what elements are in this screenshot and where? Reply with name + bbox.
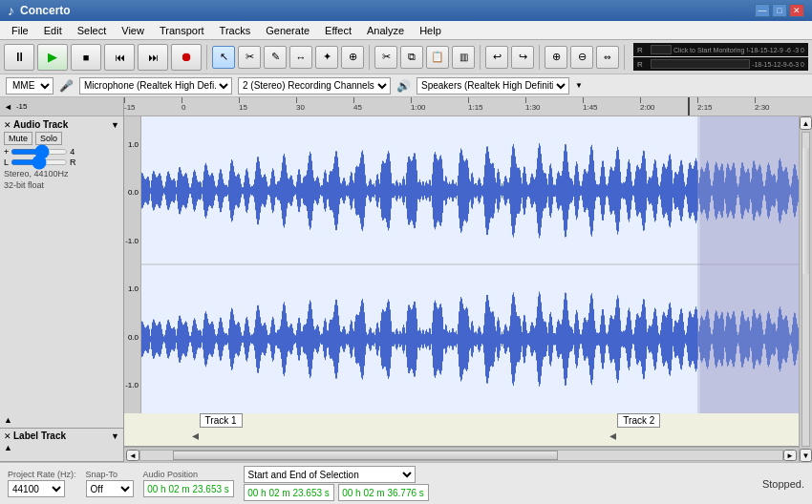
- menu-file[interactable]: File: [4, 23, 36, 38]
- scroll-right-button[interactable]: ►: [783, 450, 797, 461]
- output-select[interactable]: Speakers (Realtek High Definiti...: [417, 77, 569, 94]
- channels-select[interactable]: 2 (Stereo) Recording Channels: [238, 77, 391, 94]
- label1-text[interactable]: Track 1: [200, 413, 243, 428]
- label-track1: Track 1 ◂: [192, 413, 243, 443]
- vscrollbar: ▲ ▼: [799, 116, 812, 462]
- track-headers: ✕ Audio Track ▼ Mute Solo + 4 L: [0, 116, 124, 462]
- next-button[interactable]: ⏭: [138, 44, 168, 71]
- record-button[interactable]: ⏺: [171, 44, 202, 71]
- scroll-thumb[interactable]: [173, 451, 558, 460]
- paste-button[interactable]: 📋: [426, 46, 449, 69]
- solo-button[interactable]: Solo: [35, 132, 62, 145]
- ruler-mark-1:00: 1:00: [411, 97, 426, 112]
- snap-select[interactable]: Off: [86, 480, 134, 497]
- label-track-controls: ▲: [4, 443, 119, 452]
- menu-view[interactable]: View: [114, 23, 152, 38]
- y-1.0-bot: 1.0: [124, 284, 140, 293]
- scroll-track[interactable]: [139, 450, 783, 461]
- menu-select[interactable]: Select: [70, 23, 115, 38]
- maximize-button[interactable]: □: [772, 4, 787, 17]
- input-select[interactable]: Microphone (Realtek High Defi...: [79, 77, 232, 94]
- undo-button[interactable]: ↩: [485, 46, 508, 69]
- label-track-name: Label Track: [13, 430, 111, 441]
- sel-start-input[interactable]: [244, 484, 334, 501]
- scroll-left-button[interactable]: ◄: [126, 450, 139, 461]
- audio-track-info: Stereo, 44100Hz 32-bit float: [4, 169, 119, 191]
- vu-output-meter[interactable]: [651, 59, 750, 69]
- ruler-left: ◄ -15: [0, 97, 124, 116]
- hscrollbar: ◄ ►: [124, 447, 799, 462]
- track-info-bitdepth: 32-bit float: [4, 180, 119, 192]
- speaker-icon: 🔊: [396, 79, 411, 93]
- y-axis: 1.0 0.0 -1.0 1.0 0.0 -1.0: [124, 116, 141, 413]
- select-tool[interactable]: ↖: [212, 46, 235, 69]
- prev-button[interactable]: ⏮: [104, 44, 135, 71]
- title-area: ♪ Concerto: [8, 3, 71, 18]
- selection-inputs: [244, 484, 753, 501]
- label-track-collapse[interactable]: ▲: [4, 443, 12, 452]
- vu-meters: R Click to Start Monitoring !-18-15-12-9…: [633, 43, 808, 71]
- label-track-close[interactable]: ✕: [4, 431, 11, 441]
- close-button[interactable]: ✕: [789, 4, 804, 17]
- envelope-tool[interactable]: ✂: [238, 46, 261, 69]
- mic-icon: 🎤: [59, 79, 74, 93]
- sel-end-input[interactable]: [338, 484, 429, 501]
- menu-edit[interactable]: Edit: [36, 23, 70, 38]
- vu-input-meter[interactable]: [651, 45, 672, 54]
- selection-mode-select[interactable]: Start and End of Selection: [244, 466, 416, 483]
- vscroll-track[interactable]: [801, 132, 810, 447]
- project-rate-select[interactable]: 44100: [8, 480, 65, 497]
- app: ♪ Concerto — □ ✕ File Edit Select View T…: [0, 0, 812, 504]
- vu-output-db-labels: -18-15-12-9-6-3 0: [752, 61, 804, 68]
- menu-analyze[interactable]: Analyze: [359, 23, 412, 38]
- mute-button[interactable]: Mute: [4, 132, 32, 145]
- audio-pos-input[interactable]: [143, 480, 234, 497]
- ruler-mark-45: 45: [353, 97, 362, 112]
- pan-slider[interactable]: [11, 159, 68, 165]
- vscroll-down-button[interactable]: ▼: [800, 449, 812, 462]
- label-track-dropdown[interactable]: ▼: [111, 431, 119, 441]
- audio-track-controls: Mute Solo: [4, 132, 119, 145]
- zoom-in-button[interactable]: ⊕: [545, 46, 567, 69]
- ruler-marks: -1501530451:001:151:301:452:002:152:302:…: [124, 97, 812, 116]
- copy-button[interactable]: ⧉: [400, 46, 423, 69]
- menu-help[interactable]: Help: [412, 23, 449, 38]
- waveform-canvas: [124, 116, 799, 413]
- label2-text[interactable]: Track 2: [617, 413, 660, 428]
- menu-effect[interactable]: Effect: [317, 23, 359, 38]
- play-button[interactable]: ▶: [37, 44, 68, 71]
- track-content: 1.0 0.0 -1.0 1.0 0.0 -1.0 Track 1 ◂: [124, 116, 799, 462]
- pan-row: L R: [4, 158, 119, 167]
- vscroll-thumb[interactable]: [802, 148, 809, 273]
- fit-button[interactable]: ⇔: [596, 46, 619, 69]
- multi-tool[interactable]: ⊕: [341, 46, 364, 69]
- device-toolbar: MME 🎤 Microphone (Realtek High Defi... 2…: [0, 74, 812, 97]
- audio-track-close[interactable]: ✕: [4, 120, 11, 130]
- gain-value: 4: [70, 147, 75, 157]
- transport-toolbar: ⏸ ▶ ■ ⏮ ⏭ ⏺ ↖ ✂ ✎ ↔ ✦ ⊕ ✂ ⧉ 📋 ▥ ↩ ↪ ⊕ ⊖ …: [0, 40, 812, 74]
- zoom-tool[interactable]: ↔: [289, 46, 312, 69]
- ruler-bar: ◄ -15 -1501530451:001:151:301:452:002:15…: [0, 97, 812, 116]
- sep5: [624, 45, 625, 70]
- menu-generate[interactable]: Generate: [258, 23, 317, 38]
- host-select[interactable]: MME: [6, 77, 53, 94]
- minimize-button[interactable]: —: [755, 4, 770, 17]
- vscroll-up-button[interactable]: ▲: [800, 116, 812, 130]
- label1-arrow: ◂: [192, 428, 199, 443]
- menu-tracks[interactable]: Tracks: [212, 23, 259, 38]
- menu-transport[interactable]: Transport: [152, 23, 212, 38]
- audio-track-dropdown[interactable]: ▼: [111, 120, 119, 130]
- audio-track-name: Audio Track: [13, 119, 111, 130]
- trim-button[interactable]: ▥: [452, 46, 475, 69]
- stop-button[interactable]: ■: [71, 44, 101, 71]
- label-track-header: ✕ Label Track ▼ ▲: [0, 429, 123, 462]
- zoom-out-button[interactable]: ⊖: [570, 46, 593, 69]
- time-tool[interactable]: ✦: [315, 46, 338, 69]
- ruler-mark-1:15: 1:15: [468, 97, 483, 112]
- pause-button[interactable]: ⏸: [4, 44, 34, 71]
- app-icon: ♪: [8, 3, 14, 18]
- cut-button[interactable]: ✂: [374, 46, 397, 69]
- audio-track-collapse[interactable]: ▲: [4, 413, 12, 425]
- draw-tool[interactable]: ✎: [264, 46, 287, 69]
- redo-button[interactable]: ↪: [511, 46, 534, 69]
